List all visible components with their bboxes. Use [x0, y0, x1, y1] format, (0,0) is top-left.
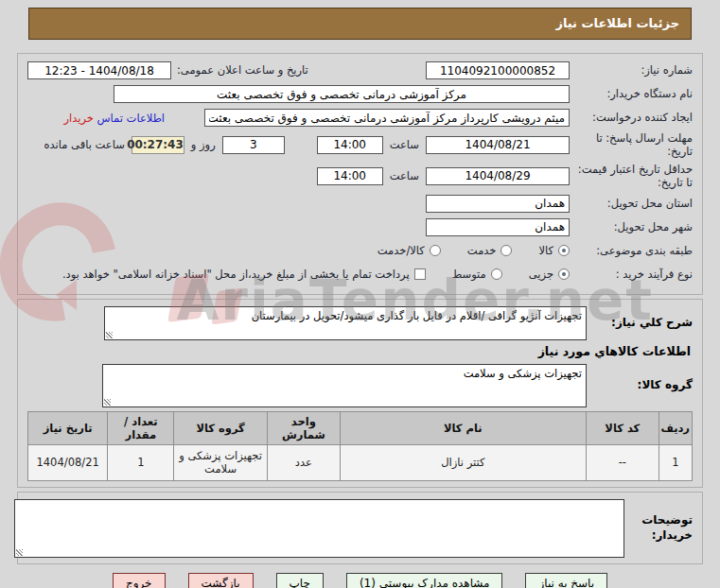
request-creator-input[interactable] [204, 109, 570, 127]
buyer-notes-label: توضیحات خریدار: [624, 513, 693, 543]
announce-datetime-input[interactable] [27, 61, 171, 79]
price-validity-hour-label: ساعت [390, 169, 419, 182]
print-button[interactable]: چاپ [276, 573, 324, 588]
cell-quantity: 1 [108, 444, 174, 480]
action-button-row: پاسخ به نیاز مشاهده مدارک پیوستی (1) چاپ… [0, 573, 720, 588]
announce-datetime-label: تاریخ و ساعت اعلان عمومی: [171, 63, 308, 77]
process-type-label: نوع فرآیند خرید : [570, 268, 693, 281]
radio-medium[interactable] [491, 268, 502, 280]
cell-goods-code: -- [586, 444, 659, 480]
radio-medium-label: متوسط [452, 268, 486, 281]
col-need-date: تاریخ نیاز [28, 411, 108, 444]
goods-info-heading: اطلاعات کالاهاي مورد نیاز [27, 344, 691, 358]
buyer-org-input[interactable] [114, 85, 570, 103]
cell-goods-group: تجهیزات پزشکی و سلامت [174, 444, 267, 480]
cell-count-unit: عدد [267, 444, 340, 480]
products-table-header-row: ردیف کد کالا نام کالا واحد شمارش گروه کا… [28, 411, 693, 444]
need-number-row: شماره نیاز: تاریخ و ساعت اعلان عمومی: [27, 61, 693, 80]
delivery-city-row: شهر محل تحویل: [27, 217, 693, 237]
response-deadline-date-input[interactable] [426, 136, 570, 154]
hours-remaining-label: ساعت باقی مانده [44, 138, 125, 151]
delivery-city-input[interactable] [426, 218, 570, 236]
details-section: شماره نیاز: تاریخ و ساعت اعلان عمومی: نا… [17, 53, 703, 295]
radio-minor[interactable] [558, 268, 570, 280]
price-validity-row: حداقل تاریخ اعتبار قیمت: تا تاریخ: ساعت [27, 163, 693, 190]
respond-to-need-button[interactable]: پاسخ به نیاز [525, 573, 607, 588]
cell-goods-name: کتتر نازال [340, 444, 586, 480]
table-row: 1 -- کتتر نازال عدد تجهیزات پزشکی و سلام… [28, 444, 693, 480]
buyer-org-row: نام دستگاه خریدار: [27, 84, 693, 104]
col-goods-name: نام کالا [340, 411, 586, 444]
deadline-hour-label: ساعت [390, 138, 419, 151]
price-validity-time-input[interactable] [317, 167, 383, 185]
classification-row: طبقه بندی موضوعی: کالا خدمت کالا/خدمت [27, 241, 693, 261]
delivery-province-label: استان محل تحویل: [570, 197, 693, 210]
response-deadline-row: مهلت ارسال پاسخ: تا تاریخ: ساعت روز و 00… [27, 131, 693, 159]
cell-need-date: 1404/08/21 [28, 444, 108, 480]
goods-group-row: گروه کالا: تجهیزات پزشکی و سلامت [27, 364, 693, 407]
products-table: ردیف کد کالا نام کالا واحد شمارش گروه کا… [27, 411, 693, 481]
response-deadline-label: مهلت ارسال پاسخ: تا تاریخ: [570, 131, 693, 159]
exit-button[interactable]: خروج [113, 573, 166, 588]
price-validity-label: حداقل تاریخ اعتبار قیمت: تا تاریخ: [570, 163, 693, 190]
radio-minor-label: جزیی [529, 268, 553, 281]
page-title: جزئیات اطلاعات نیاز [28, 8, 692, 40]
need-number-input[interactable] [426, 61, 570, 79]
need-description-textarea[interactable]: تجهیزات آنژیو گرافی /اقلام در فایل بار گ… [104, 306, 587, 340]
goods-section: شرح کلي نیاز: تجهیزات آنژیو گرافی /اقلام… [17, 299, 703, 488]
buyer-contact-link-buyer-word: خریدار [63, 112, 93, 125]
col-goods-code: کد کالا [586, 411, 659, 444]
col-quantity: تعداد / مقدار [108, 411, 174, 444]
treasury-payment-checkbox[interactable] [414, 268, 426, 280]
radio-service-label: خدمت [467, 244, 497, 257]
col-row-number: ردیف [659, 411, 692, 444]
goods-group-textarea[interactable]: تجهیزات پزشکی و سلامت [102, 364, 587, 407]
response-deadline-time-input[interactable] [317, 136, 383, 154]
delivery-province-row: استان محل تحویل: [27, 194, 693, 214]
buyer-org-label: نام دستگاه خریدار: [570, 87, 693, 100]
treasury-payment-label: پرداخت تمام یا بخشی از مبلغ خرید،از محل … [62, 268, 410, 281]
process-type-row: نوع فرآیند خرید : جزیی متوسط پرداخت تمام… [27, 265, 693, 285]
days-remaining-input[interactable] [222, 136, 285, 154]
need-description-row: شرح کلي نیاز: تجهیزات آنژیو گرافی /اقلام… [27, 306, 693, 340]
cell-row-number: 1 [659, 444, 692, 480]
request-creator-label: ایجاد کننده درخواست: [570, 111, 693, 124]
radio-goods-service-label: کالا/خدمت [378, 244, 425, 257]
col-goods-group: گروه کالا [174, 411, 267, 444]
countdown-timer: 00:27:43 [132, 136, 184, 154]
buyer-notes-textarea[interactable] [14, 499, 624, 558]
price-validity-date-input[interactable] [426, 167, 570, 185]
page: جزئیات اطلاعات نیاز شماره نیاز: تاریخ و … [0, 8, 720, 588]
radio-goods-service[interactable] [430, 245, 441, 256]
view-attachments-button[interactable]: مشاهده مدارک پیوستی (1) [346, 573, 503, 588]
days-and-label: روز و [191, 138, 216, 151]
delivery-province-input[interactable] [426, 195, 570, 213]
buyer-contact-link-text: اطلاعات تماس [97, 112, 165, 125]
buyer-notes-section: توضیحات خریدار: [17, 492, 703, 564]
request-creator-row: ایجاد کننده درخواست: اطلاعات تماس خریدار [27, 108, 693, 128]
goods-group-label: گروه کالا: [587, 378, 693, 392]
buyer-contact-link[interactable]: اطلاعات تماس خریدار [63, 112, 165, 125]
classification-label: طبقه بندی موضوعی: [570, 244, 693, 257]
need-number-label: شماره نیاز: [570, 63, 693, 77]
need-description-label: شرح کلي نیاز: [587, 306, 693, 330]
delivery-city-label: شهر محل تحویل: [570, 220, 693, 233]
back-button[interactable]: بازگشت [188, 573, 254, 588]
radio-service[interactable] [500, 245, 512, 256]
radio-goods[interactable] [558, 245, 570, 256]
col-count-unit: واحد شمارش [267, 411, 340, 444]
radio-goods-label: کالا [538, 244, 553, 257]
